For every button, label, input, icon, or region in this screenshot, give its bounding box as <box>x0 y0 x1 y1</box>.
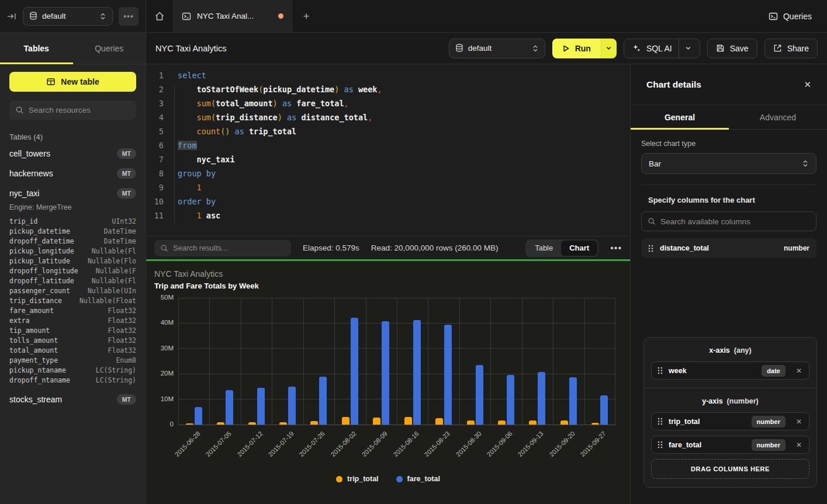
y-axis-items: trip_totalnumber✕fare_totalnumber✕ <box>651 412 809 454</box>
database-icon <box>455 44 463 53</box>
column-name: dropoff_longitude <box>9 267 78 275</box>
available-column-distance_total[interactable]: distance_totalnumber <box>641 238 816 258</box>
legend-item-trip_total[interactable]: trip_total <box>336 475 378 483</box>
column-name: payment_type <box>9 356 58 364</box>
axis-column-trip_total[interactable]: trip_totalnumber✕ <box>651 412 809 430</box>
bar-fare_total <box>538 372 545 425</box>
code-text: from <box>164 138 197 152</box>
token: distance_total <box>301 113 368 122</box>
column-type: DateTime <box>104 237 136 245</box>
column-row-pickup_ntaname: pickup_ntanameLC(String) <box>0 365 146 375</box>
code-line-11: 11 1 asc <box>146 208 630 223</box>
v-gridline <box>522 298 523 425</box>
chevron-updown-icon <box>532 44 539 53</box>
sql-ai-button[interactable]: SQL AI <box>624 39 700 58</box>
y-tick-label: 40M <box>150 319 174 326</box>
columns-search <box>641 211 816 231</box>
sidebar-tab-queries[interactable]: Queries <box>73 33 146 64</box>
query-title: NYC Taxi Analytics <box>155 44 442 53</box>
database-selector[interactable]: default <box>23 7 113 26</box>
column-name: pickup_longitude <box>9 247 74 255</box>
v-gridline <box>303 298 304 425</box>
token: , <box>368 113 372 122</box>
tab-nyc-taxi-analytics[interactable]: NYC Taxi Anal... <box>174 0 292 32</box>
table-row-stocks_stream[interactable]: stocks_streamMT <box>0 390 146 409</box>
bar-trip_total <box>435 418 443 425</box>
axis-column-week[interactable]: weekdate✕ <box>651 362 809 380</box>
remove-column-icon[interactable]: ✕ <box>796 441 802 449</box>
results-search-input[interactable] <box>173 244 285 252</box>
table-row-nyc_taxi[interactable]: nyc_taxiMT <box>0 183 146 203</box>
table-row-cell_towers[interactable]: cell_towersMT <box>0 144 146 164</box>
tab-general[interactable]: General <box>631 105 729 129</box>
code-text: group by <box>164 166 216 180</box>
token: nyc_taxi <box>197 155 235 164</box>
chart-type-select[interactable]: Bar <box>641 153 816 174</box>
token <box>339 85 344 94</box>
columns-search-input[interactable] <box>660 217 810 226</box>
drag-handle-icon <box>658 418 663 425</box>
v-gridline <box>272 298 272 425</box>
results-more-button[interactable]: ••• <box>610 243 622 253</box>
line-number: 11 <box>146 208 164 223</box>
table-row-hackernews[interactable]: hackernewsMT <box>0 164 146 183</box>
close-icon[interactable]: ✕ <box>804 79 811 90</box>
new-tab-button[interactable]: + <box>292 0 320 32</box>
axis-column-fare_total[interactable]: fare_totalnumber✕ <box>651 436 809 454</box>
x-axis-hint: (any) <box>734 346 752 354</box>
token: trip_distance <box>216 113 278 122</box>
legend-item-fare_total[interactable]: fare_total <box>396 475 440 483</box>
resource-search-input[interactable] <box>29 106 132 114</box>
token: asc <box>206 211 220 220</box>
v-gridline <box>209 298 210 425</box>
bar-fare_total <box>600 395 608 425</box>
legend-dot <box>336 476 342 482</box>
remove-column-icon[interactable]: ✕ <box>796 418 802 426</box>
token <box>178 85 197 94</box>
v-gridline <box>241 298 241 425</box>
chart-subtitle: Trip and Fare Totals by Week <box>154 281 259 290</box>
share-button[interactable]: Share <box>764 39 818 58</box>
sidebar-header: default ••• <box>0 0 146 33</box>
bar-trip_total <box>342 417 350 425</box>
sql-editor[interactable]: 1select2 toStartOfWeek(pickup_datetime) … <box>146 64 630 236</box>
run-options-button[interactable] <box>601 39 617 58</box>
tab-advanced[interactable]: Advanced <box>729 105 827 129</box>
bar-fare_total <box>351 318 358 425</box>
v-gridline <box>490 298 491 425</box>
token <box>178 211 197 220</box>
columns-section-label: Specify columns for the chart <box>648 196 816 204</box>
run-button[interactable]: Run <box>552 39 601 58</box>
code-text: select <box>164 68 206 82</box>
drag-columns-drop-zone[interactable]: DRAG COLUMNS HERE <box>651 459 809 479</box>
sidebar-tab-tables[interactable]: Tables <box>0 33 73 64</box>
column-chip-name: distance_total <box>660 244 777 252</box>
code-line-2: 2 toStartOfWeek(pickup_datetime) as week… <box>146 82 630 96</box>
run-database-selector[interactable]: default <box>449 39 545 58</box>
collapse-sidebar-icon[interactable] <box>7 12 17 21</box>
v-gridline <box>366 298 366 425</box>
view-toggle-table[interactable]: Table <box>527 241 561 256</box>
queries-button[interactable]: Queries <box>753 0 827 32</box>
bar-trip_total <box>529 420 537 425</box>
remove-column-icon[interactable]: ✕ <box>796 367 802 375</box>
home-button[interactable] <box>146 0 174 32</box>
y-tick-label: 50M <box>150 294 174 301</box>
column-type: Nullable(Fl <box>92 247 136 255</box>
new-table-button[interactable]: New table <box>9 72 136 92</box>
sidebar-more-button[interactable]: ••• <box>119 7 139 26</box>
axis-chip-type: number <box>752 439 786 451</box>
save-icon <box>716 44 725 53</box>
sql-ai-label: SQL AI <box>646 44 672 53</box>
code-text: sum(total_amount) as fare_total, <box>164 96 349 110</box>
x-tick-label: 2015-06-28 <box>173 430 201 458</box>
sql-ai-options-button[interactable] <box>679 39 691 58</box>
play-icon <box>562 44 570 53</box>
token: 1 <box>197 183 202 192</box>
save-button[interactable]: Save <box>707 39 757 58</box>
column-name: dropoff_datetime <box>9 237 74 245</box>
view-toggle-chart[interactable]: Chart <box>561 241 597 256</box>
view-toggle: Table Chart <box>525 239 598 257</box>
token: ( <box>211 113 216 122</box>
column-chip-type: number <box>784 244 809 252</box>
